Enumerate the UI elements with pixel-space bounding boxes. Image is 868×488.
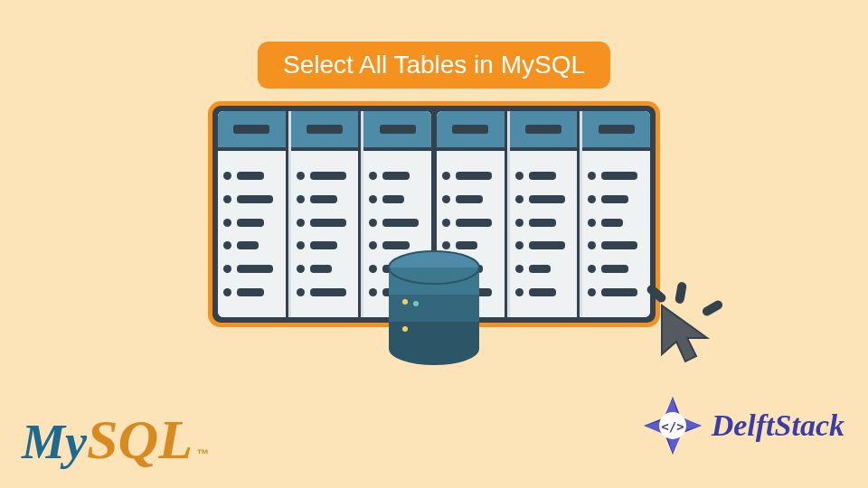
svg-point-4 xyxy=(402,326,408,332)
cursor-icon xyxy=(651,298,723,371)
mysql-logo-tm: ™ xyxy=(196,446,209,461)
database-icon xyxy=(380,248,488,374)
mysql-logo-my: My xyxy=(22,414,87,470)
server-column-header xyxy=(218,111,286,151)
svg-point-3 xyxy=(413,301,419,306)
delftstack-emblem-icon: </> xyxy=(641,394,704,457)
mysql-logo-sql: SQL xyxy=(87,408,193,472)
server-column xyxy=(510,111,580,317)
server-column xyxy=(218,111,288,317)
server-column xyxy=(291,111,362,317)
server-column xyxy=(582,111,650,317)
delftstack-logo: </> DelftStack xyxy=(641,394,844,457)
delftstack-logo-text: DelftStack xyxy=(712,408,844,443)
svg-text:</>: </> xyxy=(661,419,684,434)
page-title: Select All Tables in MySQL xyxy=(258,42,610,89)
mysql-logo: MySQL™ xyxy=(22,408,209,472)
svg-point-2 xyxy=(402,299,408,305)
